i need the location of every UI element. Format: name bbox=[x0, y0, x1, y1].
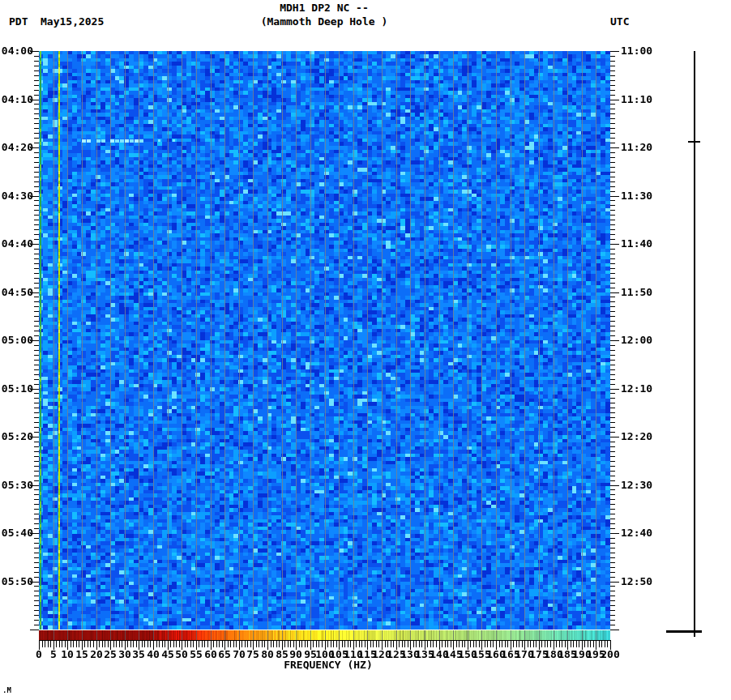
freq-minor-tick bbox=[451, 641, 451, 647]
left-minute-tick bbox=[34, 456, 39, 457]
right-minute-tick bbox=[610, 620, 615, 621]
freq-minor-tick bbox=[242, 641, 242, 647]
right-minute-tick bbox=[610, 398, 615, 399]
freq-minor-tick bbox=[322, 641, 323, 647]
right-minute-tick bbox=[610, 326, 615, 327]
right-minute-tick bbox=[610, 263, 615, 264]
freq-minor-tick bbox=[565, 641, 566, 647]
right-minute-tick bbox=[610, 215, 615, 216]
right-minute-tick bbox=[610, 234, 615, 235]
left-minute-tick bbox=[34, 85, 39, 86]
left-minute-tick bbox=[34, 268, 39, 269]
right-minute-tick bbox=[610, 605, 615, 606]
right-minute-tick bbox=[610, 66, 615, 66]
left-minute-tick bbox=[34, 610, 39, 611]
left-major-tick bbox=[30, 630, 39, 630]
freq-minor-tick bbox=[493, 641, 494, 647]
freq-minor-tick bbox=[179, 641, 180, 647]
freq-minor-tick bbox=[256, 641, 257, 647]
left-minute-tick bbox=[34, 123, 39, 124]
left-minute-tick bbox=[34, 321, 39, 322]
freq-minor-tick bbox=[108, 641, 109, 647]
freq-minor-tick bbox=[550, 641, 551, 647]
freq-minor-tick bbox=[113, 641, 114, 647]
corner-watermark: .M bbox=[2, 686, 11, 694]
freq-minor-tick bbox=[576, 641, 577, 647]
left-minute-tick bbox=[34, 562, 39, 563]
left-minute-tick bbox=[34, 374, 39, 375]
right-major-tick bbox=[610, 582, 619, 583]
left-time-label: 04:30 bbox=[0, 190, 33, 202]
left-minute-tick bbox=[34, 70, 39, 71]
freq-minor-tick bbox=[601, 641, 602, 647]
freq-minor-tick bbox=[393, 641, 394, 647]
left-minute-tick bbox=[34, 557, 39, 558]
left-minute-tick bbox=[34, 514, 39, 514]
freq-tick-label: 200 bbox=[597, 649, 623, 660]
freq-minor-tick bbox=[559, 641, 560, 647]
right-minute-tick bbox=[610, 210, 615, 211]
freq-minor-tick bbox=[316, 641, 317, 647]
right-minute-tick bbox=[610, 254, 615, 254]
right-minute-tick bbox=[610, 476, 615, 476]
left-minute-tick bbox=[34, 442, 39, 442]
left-minute-tick bbox=[34, 509, 39, 510]
freq-minor-tick bbox=[590, 641, 591, 647]
freq-minor-tick bbox=[79, 641, 79, 647]
axes-layer: 04:0004:1004:2004:3004:4004:5005:0005:10… bbox=[0, 0, 731, 700]
left-minute-tick bbox=[34, 403, 39, 403]
left-minute-tick bbox=[34, 408, 39, 408]
right-minute-tick bbox=[610, 384, 615, 385]
left-minute-tick bbox=[34, 157, 39, 158]
left-minute-tick bbox=[34, 249, 39, 250]
freq-minor-tick bbox=[464, 641, 465, 647]
freq-minor-tick bbox=[333, 641, 334, 647]
freq-minor-tick bbox=[416, 641, 417, 647]
right-minute-tick bbox=[610, 442, 615, 442]
left-minute-tick bbox=[34, 229, 39, 230]
right-minute-tick bbox=[610, 600, 615, 601]
right-major-tick bbox=[610, 147, 619, 148]
freq-minor-tick bbox=[259, 641, 259, 647]
left-minute-tick bbox=[34, 519, 39, 519]
freq-minor-tick bbox=[607, 641, 608, 647]
left-minute-tick bbox=[34, 538, 39, 539]
right-minute-tick bbox=[610, 523, 615, 524]
freq-minor-tick bbox=[122, 641, 122, 647]
freq-minor-tick bbox=[462, 641, 463, 647]
left-minute-tick bbox=[34, 90, 39, 91]
freq-minor-tick bbox=[65, 641, 66, 647]
left-minute-tick bbox=[34, 605, 39, 606]
left-time-label: 04:40 bbox=[0, 238, 33, 250]
right-minute-tick bbox=[610, 403, 615, 403]
freq-minor-tick bbox=[571, 641, 571, 647]
right-minute-tick bbox=[610, 220, 615, 220]
freq-minor-tick bbox=[150, 641, 151, 647]
right-minute-tick bbox=[610, 412, 615, 413]
freq-minor-tick bbox=[136, 641, 137, 647]
freq-minor-tick bbox=[556, 641, 557, 647]
freq-minor-tick bbox=[245, 641, 246, 647]
right-minute-tick bbox=[610, 258, 615, 259]
right-time-label: 12:10 bbox=[621, 383, 660, 395]
freq-minor-tick bbox=[370, 641, 371, 647]
right-minute-tick bbox=[610, 499, 615, 500]
left-minute-tick bbox=[34, 446, 39, 447]
left-minute-tick bbox=[34, 615, 39, 616]
left-minute-tick bbox=[34, 263, 39, 264]
freq-minor-tick bbox=[301, 641, 302, 647]
spectrogram-page: MDH1 DP2 NC -- (Mammoth Deep Hole ) PDT … bbox=[0, 0, 731, 700]
right-minute-tick bbox=[610, 205, 615, 206]
freq-minor-tick bbox=[519, 641, 519, 647]
left-time-label: 04:20 bbox=[0, 142, 33, 153]
freq-minor-tick bbox=[408, 641, 408, 647]
left-minute-tick bbox=[34, 210, 39, 211]
right-minute-tick bbox=[610, 301, 615, 302]
right-minute-tick bbox=[610, 577, 615, 578]
right-minute-tick bbox=[610, 118, 615, 119]
freq-minor-tick bbox=[207, 641, 208, 647]
left-minute-tick bbox=[34, 191, 39, 192]
left-minute-tick bbox=[34, 384, 39, 385]
left-minute-tick bbox=[34, 215, 39, 216]
right-minute-tick bbox=[610, 350, 615, 351]
